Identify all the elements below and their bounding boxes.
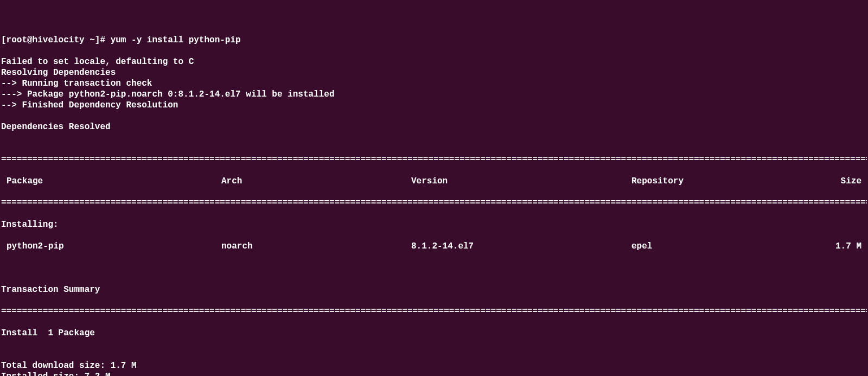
col-version-header: Version: [411, 176, 631, 187]
col-size-header: Size: [805, 176, 867, 187]
terminal-line: Installed size: 7.2 M: [1, 371, 867, 376]
rule: ========================================…: [1, 154, 867, 165]
col-arch-header: Arch: [221, 176, 411, 187]
terminal-line: [1, 132, 867, 143]
terminal-line: Failed to set locale, defaulting to C: [1, 56, 867, 67]
terminal-line: Resolving Dependencies: [1, 67, 867, 78]
rule: ========================================…: [1, 197, 867, 208]
pkg-version: 8.1.2-14.el7: [411, 241, 631, 252]
table-row: python2-pip noarch 8.1.2-14.el7 epel 1.7…: [1, 241, 867, 252]
shell-prompt-command: [root@hivelocity ~]# yum -y install pyth…: [1, 35, 867, 46]
table-header-row: Package Arch Version Repository Size: [1, 176, 867, 187]
pkg-size: 1.7 M: [805, 241, 867, 252]
pkg-name: python2-pip: [1, 241, 221, 252]
pkg-arch: noarch: [221, 241, 411, 252]
install-count: Install 1 Package: [1, 328, 867, 339]
terminal-line: --> Finished Dependency Resolution: [1, 100, 867, 111]
installing-label: Installing:: [1, 219, 867, 230]
terminal-line: --> Running transaction check: [1, 78, 867, 89]
terminal-line: [1, 111, 867, 122]
terminal-line: Dependencies Resolved: [1, 122, 867, 132]
col-repository-header: Repository: [631, 176, 805, 187]
blank-line: [1, 263, 867, 273]
rule: ========================================…: [1, 306, 867, 317]
pkg-repo: epel: [631, 241, 805, 252]
terminal-line: ---> Package python2-pip.noarch 0:8.1.2-…: [1, 89, 867, 100]
terminal-line: Total download size: 1.7 M: [1, 360, 867, 371]
transaction-summary-label: Transaction Summary: [1, 284, 867, 295]
terminal-line: [1, 349, 867, 360]
col-package-header: Package: [1, 176, 221, 187]
